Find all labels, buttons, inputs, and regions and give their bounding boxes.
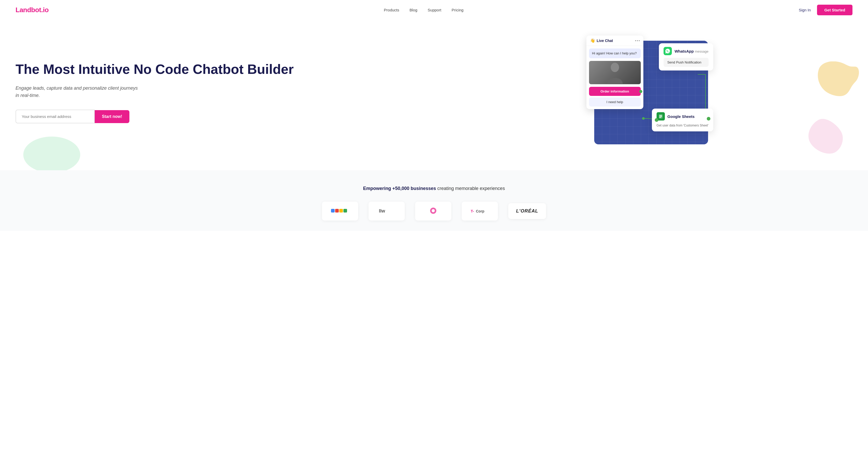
dots-menu[interactable] bbox=[635, 40, 640, 41]
navbar: Landbot.io Products Blog Support Pricing… bbox=[0, 0, 868, 20]
loreal-text: L'ORÉAL bbox=[516, 208, 538, 214]
svg-point-0 bbox=[23, 137, 80, 170]
nav-blog[interactable]: Blog bbox=[410, 8, 417, 12]
order-button[interactable]: Order information bbox=[589, 87, 641, 96]
svg-rect-12 bbox=[343, 209, 347, 213]
hero-subtitle: Engage leads, capture data and personali… bbox=[16, 84, 140, 100]
logo[interactable]: Landbot.io bbox=[16, 6, 49, 14]
whatsapp-name: WhatsApp message bbox=[675, 49, 708, 53]
svg-text:T-: T- bbox=[471, 209, 474, 213]
nav-pricing[interactable]: Pricing bbox=[452, 8, 464, 12]
svg-text:Corp: Corp bbox=[476, 209, 485, 213]
sheets-svg bbox=[658, 114, 663, 119]
svg-point-15 bbox=[432, 209, 435, 212]
sheets-conn-dot-right bbox=[707, 117, 710, 120]
nav-links: Products Blog Support Pricing bbox=[384, 8, 464, 12]
hero-content: The Most Intuitive No Code Chatbot Build… bbox=[16, 62, 434, 123]
svg-text:llw: llw bbox=[379, 208, 385, 214]
brand-logo-3 bbox=[415, 202, 451, 221]
connection-dot-order bbox=[639, 90, 642, 93]
live-chat-card: 👋 Live Chat Hi again! How can I help you… bbox=[586, 35, 643, 109]
live-chat-emoji-icon: 👋 bbox=[590, 38, 595, 43]
nav-right: Sign In Get Started bbox=[799, 5, 852, 15]
live-chat-title: Live Chat bbox=[597, 38, 613, 43]
sheets-conn-dot-left bbox=[655, 118, 658, 122]
brand-svg-4: T- Corp bbox=[469, 207, 490, 215]
brand-logo-1 bbox=[322, 202, 358, 221]
nav-products[interactable]: Products bbox=[384, 8, 399, 12]
deco-green-shape bbox=[21, 132, 83, 170]
chat-message: Hi again! How can I help you? bbox=[589, 49, 641, 58]
logo-text: Landbot bbox=[16, 6, 41, 14]
chat-avatar bbox=[589, 61, 641, 84]
svg-rect-9 bbox=[331, 209, 335, 213]
hero-title: The Most Intuitive No Code Chatbot Build… bbox=[16, 62, 434, 77]
svg-rect-5 bbox=[659, 117, 661, 118]
whatsapp-card: WhatsApp message Send Push Notification bbox=[659, 43, 713, 70]
hero-illustration: 👋 Live Chat Hi again! How can I help you… bbox=[434, 38, 852, 147]
gsheets-desc: Get user data from 'Customers Sheet' bbox=[657, 123, 709, 128]
signin-button[interactable]: Sign In bbox=[799, 8, 811, 12]
svg-point-1 bbox=[611, 63, 619, 72]
svg-rect-10 bbox=[335, 209, 339, 213]
brand-svg-2: llw bbox=[376, 207, 397, 215]
brand-logo-2: llw bbox=[369, 202, 405, 221]
svg-rect-11 bbox=[339, 209, 343, 213]
bottom-section: Empowering +50,000 businesses creating m… bbox=[0, 170, 868, 231]
hero-cta: Start now! bbox=[16, 110, 129, 123]
svg-rect-4 bbox=[659, 116, 662, 117]
brand-logo-4: T- Corp bbox=[462, 202, 498, 221]
svg-rect-3 bbox=[659, 115, 662, 116]
gsheets-name: Google Sheets bbox=[668, 114, 694, 119]
start-now-button[interactable]: Start now! bbox=[95, 110, 129, 123]
logo-dot: .io bbox=[41, 6, 49, 14]
brand-logos: llw T- Corp L'ORÉAL bbox=[16, 202, 852, 221]
brand-svg-1 bbox=[330, 207, 350, 215]
email-input[interactable] bbox=[16, 110, 95, 123]
nav-support[interactable]: Support bbox=[428, 8, 441, 12]
brand-svg-3 bbox=[426, 207, 441, 215]
brand-logo-loreal: L'ORÉAL bbox=[508, 203, 546, 219]
whatsapp-icon bbox=[663, 47, 672, 55]
empowering-text: Empowering +50,000 businesses creating m… bbox=[16, 186, 852, 191]
hero-section: The Most Intuitive No Code Chatbot Build… bbox=[0, 20, 868, 170]
whatsapp-svg bbox=[665, 49, 670, 54]
google-sheets-card: Google Sheets Get user data from 'Custom… bbox=[652, 109, 713, 132]
help-button[interactable]: I need help bbox=[589, 97, 641, 107]
get-started-button[interactable]: Get Started bbox=[817, 5, 852, 15]
person-svg bbox=[604, 62, 625, 84]
push-notification-item: Send Push Notification bbox=[663, 58, 708, 67]
